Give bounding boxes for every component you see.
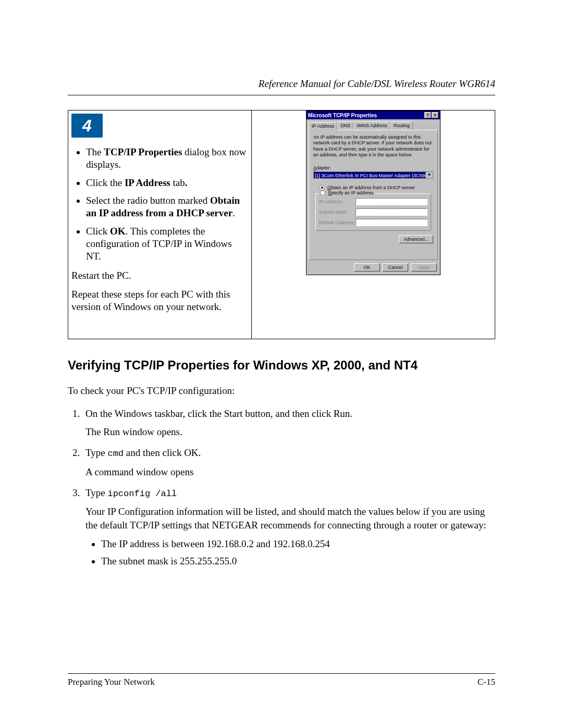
close-icon[interactable]: × (432, 112, 438, 118)
step-sub-text: A command window opens (85, 465, 495, 479)
section-intro: To check your PC's TCP/IP configuration: (68, 384, 495, 398)
steps-list: On the Windows taskbar, click the Start … (68, 407, 495, 568)
advanced-button[interactable]: Advanced... (399, 235, 433, 243)
dialog-tab-body: An IP address can be automatically assig… (309, 130, 438, 260)
step-item: Type cmd and then click OK. A command wi… (82, 446, 495, 479)
default-gateway-field: Default Gateway: . . . (319, 219, 427, 226)
dialog-tabs: IP Address DNS WINS Address Routing (307, 119, 440, 130)
specify-ip-group: Specify an IP address IP Address: . . . … (315, 193, 431, 231)
step-paragraph: Repeat these steps for each PC with this… (70, 288, 249, 314)
adapter-selected-value: [1] 3Com Etherlink III PCI Bus-Master Ad… (314, 172, 425, 178)
header-rule (68, 95, 495, 95)
cancel-button[interactable]: Cancel (382, 263, 408, 272)
step-item: On the Windows taskbar, click the Start … (82, 407, 495, 439)
apply-button[interactable]: Apply (411, 263, 437, 272)
sub-bullet: The IP address is between 192.168.0.2 an… (101, 537, 495, 551)
chevron-down-icon[interactable]: ▼ (425, 172, 433, 178)
ip-address-field: IP Address: . . . (319, 198, 427, 205)
step-number-badge: 4 (71, 114, 103, 138)
step-sub-text: The Run window opens. (85, 425, 495, 439)
radio-icon (320, 185, 325, 190)
step-bullet: Select the radio button marked Obtain an… (86, 194, 249, 220)
step-right-column: Microsoft TCP/IP Properties ? × IP Addre… (252, 110, 495, 339)
help-icon[interactable]: ? (424, 112, 431, 118)
radio-icon (320, 190, 325, 195)
tab-ip-address[interactable]: IP Address (309, 122, 337, 130)
step-bullet: Click OK. This completes the configurati… (86, 225, 249, 263)
dialog-title: Microsoft TCP/IP Properties (308, 113, 424, 118)
footer-left: Preparing Your Network (68, 677, 155, 687)
footer-page-number: C-15 (478, 677, 495, 687)
tab-wins-address[interactable]: WINS Address (353, 121, 390, 130)
radio-obtain-dhcp[interactable]: Obtain an IP address from a DHCP server (320, 185, 433, 190)
page-header-title: Reference Manual for Cable/DSL Wireless … (68, 78, 495, 90)
step-left-column: 4 The TCP/IP Properties dialog box now d… (68, 110, 252, 339)
dialog-titlebar: Microsoft TCP/IP Properties ? × (307, 111, 440, 119)
dialog-description: An IP address can be automatically assig… (313, 134, 433, 158)
step-bullet: The TCP/IP Properties dialog box now dis… (86, 146, 249, 171)
adapter-combobox[interactable]: [1] 3Com Etherlink III PCI Bus-Master Ad… (313, 171, 433, 179)
tcpip-properties-dialog: Microsoft TCP/IP Properties ? × IP Addre… (306, 110, 440, 275)
step-item: Type ipconfig /all Your IP Configuration… (82, 486, 495, 569)
subnet-mask-input: . . . (356, 208, 427, 216)
adapter-label: Adapter: (313, 165, 433, 170)
sub-bullet-list: The IP address is between 192.168.0.2 an… (101, 537, 495, 568)
tab-routing[interactable]: Routing (390, 121, 413, 130)
sub-bullet: The subnet mask is 255.255.255.0 (101, 554, 495, 568)
subnet-mask-field: Subnet Mask: . . . (319, 208, 427, 216)
step-paragraph: Restart the PC. (70, 269, 249, 282)
tab-dns[interactable]: DNS (337, 121, 353, 130)
step-sub-text: Your IP Configuration information will b… (85, 505, 495, 532)
default-gateway-input: . . . (356, 219, 427, 226)
step-box: 4 The TCP/IP Properties dialog box now d… (68, 110, 495, 339)
section-heading: Verifying TCP/IP Properties for Windows … (68, 358, 495, 373)
radio-specify-ip[interactable]: Specify an IP address (319, 190, 374, 195)
footer-rule (68, 673, 495, 674)
ok-button[interactable]: OK (354, 263, 380, 272)
dialog-button-row: OK Cancel Apply (307, 262, 440, 275)
page-footer: Preparing Your Network C-15 (68, 669, 495, 687)
ip-address-input: . . . (356, 198, 427, 205)
step-bullet: Click the IP Address tab. (86, 177, 249, 189)
